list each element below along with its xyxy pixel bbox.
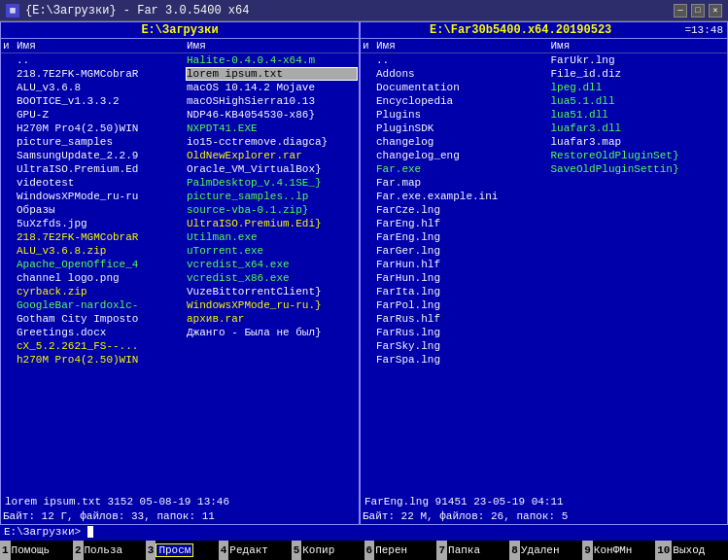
table-row[interactable]: GoogleBar-nardoxlc-WindowsXPMode_ru-ru.} bbox=[1, 298, 359, 312]
table-row[interactable]: ALU_v3.6.8macOS 10.14.2 Mojave bbox=[1, 81, 359, 94]
fkey-num-3: 3 bbox=[146, 541, 156, 560]
table-row[interactable]: UltraISO.Premium.EdOracle_VM_VirtualBox} bbox=[1, 162, 359, 176]
table-row[interactable]: h270M Pro4(2.50)WIN bbox=[1, 353, 359, 367]
table-row[interactable]: WindowsXPMode_ru-rupicture_samples..lp bbox=[1, 190, 359, 203]
file-name-right: SaveOldPluginSettin} bbox=[551, 163, 726, 175]
file-name-right: NDP46-KB4054530-x86} bbox=[187, 109, 357, 121]
fkey-9[interactable]: 9КонФМн bbox=[582, 541, 655, 560]
fkey-6[interactable]: 6Перен bbox=[364, 541, 437, 560]
table-row[interactable]: ..Halite-0.4.0.4-x64.m bbox=[1, 53, 359, 67]
table-row[interactable]: FarGer.lng bbox=[361, 244, 727, 258]
table-row[interactable]: H270M Pro4(2.50)WINNXPDT41.EXE bbox=[1, 122, 359, 135]
table-row[interactable]: GPU-ZNDP46-KB4054530-x86} bbox=[1, 108, 359, 122]
fkey-2[interactable]: 2Польза bbox=[73, 541, 146, 560]
file-name-left: .. bbox=[376, 54, 551, 66]
maximize-button[interactable]: □ bbox=[691, 4, 705, 18]
file-name-left: FarGer.lng bbox=[376, 245, 551, 257]
command-cursor bbox=[87, 526, 94, 538]
file-name-right: macOS 10.14.2 Mojave bbox=[187, 82, 357, 93]
file-name-left: ALU_v3.6.8.zip bbox=[17, 245, 187, 257]
file-name-left: FarHun.lng bbox=[376, 272, 551, 284]
table-row[interactable]: Pluginslua51.dll bbox=[361, 108, 727, 122]
fkey-8[interactable]: 8Удален bbox=[509, 541, 582, 560]
table-row[interactable]: Far.exe.example.ini bbox=[361, 190, 727, 203]
fkey-label-10: Выход bbox=[672, 544, 706, 556]
table-row[interactable]: BOOTICE_v1.3.3.2macOSHighSierra10.13 bbox=[1, 94, 359, 108]
table-row[interactable]: FarCze.lng bbox=[361, 203, 727, 217]
table-row[interactable]: PluginSDKluafar3.dll bbox=[361, 122, 727, 135]
fkey-num-9: 9 bbox=[582, 541, 593, 560]
file-name-right: WindowsXPMode_ru-ru.} bbox=[187, 299, 357, 311]
table-row[interactable]: Apache_OpenOffice_4vcredist_x64.exe bbox=[1, 258, 359, 271]
file-name-left: Образы bbox=[17, 204, 187, 216]
right-file-list: ..FarUkr.lng AddonsFile_id.diz Documenta… bbox=[361, 53, 727, 495]
main-container: E:\Загрузки и Имя Имя ..Halite-0.4.0.4-x… bbox=[0, 21, 728, 560]
file-name-left: Addons bbox=[376, 68, 551, 80]
table-row[interactable]: channel logo.pngvcredist_x86.exe bbox=[1, 271, 359, 285]
app-icon: ▦ bbox=[6, 4, 19, 18]
fkey-1[interactable]: 1Помощь bbox=[0, 541, 73, 560]
table-row[interactable]: FarHun.hlf bbox=[361, 258, 727, 271]
fkey-num-8: 8 bbox=[509, 541, 520, 560]
table-row[interactable]: FarHun.lng bbox=[361, 271, 727, 285]
table-row[interactable]: cyrback.zipVuzeBittorrentClient} bbox=[1, 285, 359, 298]
file-name-right: lua51.dll bbox=[551, 109, 726, 121]
table-row[interactable]: FarSky.lng bbox=[361, 339, 727, 353]
table-row[interactable]: changelogluafar3.map bbox=[361, 135, 727, 149]
fkey-num-2: 2 bbox=[73, 541, 84, 560]
table-row[interactable]: Far.map bbox=[361, 176, 727, 190]
table-row[interactable]: Greetings.docxДжанго - Была не был} bbox=[1, 326, 359, 339]
fkey-3[interactable]: 3Просм bbox=[146, 541, 219, 560]
table-row[interactable]: changelog_engRestoreOldPluginSet} bbox=[361, 149, 727, 162]
table-row[interactable]: 5uXzfds.jpgUltraISO.Premium.Edi} bbox=[1, 217, 359, 230]
file-name-left: FarPol.lng bbox=[376, 299, 551, 311]
file-name-left: Far.exe.example.ini bbox=[376, 191, 551, 202]
command-line[interactable]: E:\Загрузки> bbox=[0, 525, 728, 541]
table-row[interactable]: picture_samplesio15-cctremove.diagca} bbox=[1, 135, 359, 149]
table-row[interactable]: FarRus.lng bbox=[361, 326, 727, 339]
fkey-4[interactable]: 4Редакт bbox=[219, 541, 292, 560]
table-row[interactable]: FarEng.hlf bbox=[361, 217, 727, 230]
table-row[interactable]: 218.7E2FK-MGMCobraRlorem ipsum.txt bbox=[1, 67, 359, 81]
file-name-right: lorem ipsum.txt bbox=[187, 68, 357, 80]
file-name-left: changelog bbox=[376, 136, 551, 148]
table-row[interactable]: Encyclopedialua5.1.dll bbox=[361, 94, 727, 108]
table-row[interactable]: FarEng.lng bbox=[361, 230, 727, 244]
fkey-5[interactable]: 5Копир bbox=[292, 541, 364, 560]
file-name-left: cyrback.zip bbox=[17, 286, 187, 298]
table-row[interactable]: AddonsFile_id.diz bbox=[361, 67, 727, 81]
table-row[interactable]: cX_5.2.2621_FS--... bbox=[1, 339, 359, 353]
fkey-label-1: Помощь bbox=[11, 544, 52, 556]
file-name-left: FarEng.hlf bbox=[376, 218, 551, 229]
file-name-left: h270M Pro4(2.50)WIN bbox=[17, 354, 187, 366]
file-name-left: Documentation bbox=[376, 82, 551, 93]
title-bar-text: {E:\Загрузки} - Far 3.0.5400 x64 bbox=[25, 4, 249, 18]
file-name-right: io15-cctremove.diagca} bbox=[187, 136, 357, 148]
fkey-7[interactable]: 7Папка bbox=[436, 541, 509, 560]
table-row[interactable]: Documentationlpeg.dll bbox=[361, 81, 727, 94]
file-name-right: picture_samples..lp bbox=[187, 191, 357, 202]
table-row[interactable]: SamsungUpdate_2.2.9OldNewExplorer.rar bbox=[1, 149, 359, 162]
table-row[interactable]: videotestPalmDesktop_v.4.1SE_} bbox=[1, 176, 359, 190]
table-row[interactable]: FarRus.hlf bbox=[361, 312, 727, 326]
title-bar: ▦ {E:\Загрузки} - Far 3.0.5400 x64 ─ □ ✕ bbox=[0, 0, 728, 21]
file-name-left: FarCze.lng bbox=[376, 204, 551, 216]
table-row[interactable]: Far.exeSaveOldPluginSettin} bbox=[361, 162, 727, 176]
close-button[interactable]: ✕ bbox=[709, 4, 722, 18]
table-row[interactable]: 218.7E2FK-MGMCobraRUtilman.exe bbox=[1, 230, 359, 244]
file-name-left: GPU-Z bbox=[17, 109, 187, 121]
left-col-attr-header: и bbox=[3, 40, 17, 52]
fkey-10[interactable]: 10Выход bbox=[655, 541, 728, 560]
minimize-button[interactable]: ─ bbox=[674, 4, 687, 18]
table-row[interactable]: ..FarUkr.lng bbox=[361, 53, 727, 67]
table-row[interactable]: Gotham City Impostoархив.rar bbox=[1, 312, 359, 326]
table-row[interactable]: FarSpa.lng bbox=[361, 353, 727, 367]
right-panel: E:\Far30b5400.x64.20190523 =13:48 и Имя … bbox=[360, 21, 728, 525]
table-row[interactable]: FarPol.lng bbox=[361, 298, 727, 312]
fkey-num-1: 1 bbox=[0, 541, 11, 560]
table-row[interactable]: Образыsource-vba-0.1.zip} bbox=[1, 203, 359, 217]
file-name-right: vcredist_x86.exe bbox=[187, 272, 357, 284]
table-row[interactable]: ALU_v3.6.8.zipuTorrent.exe bbox=[1, 244, 359, 258]
fkey-num-6: 6 bbox=[364, 541, 375, 560]
table-row[interactable]: FarIta.lng bbox=[361, 285, 727, 298]
